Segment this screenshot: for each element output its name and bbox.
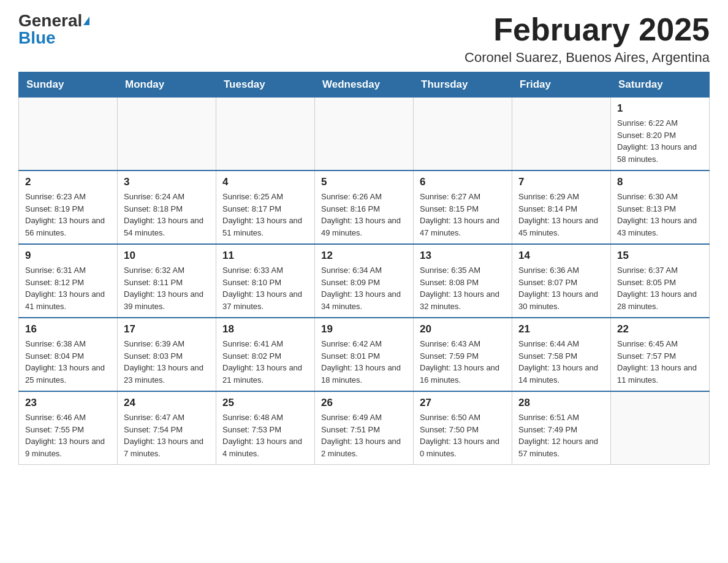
day-number: 12 (321, 250, 407, 262)
calendar-cell: 3Sunrise: 6:24 AMSunset: 8:18 PMDaylight… (118, 170, 216, 244)
calendar-cell: 10Sunrise: 6:32 AMSunset: 8:11 PMDayligh… (118, 244, 216, 318)
calendar-cell: 27Sunrise: 6:50 AMSunset: 7:50 PMDayligh… (414, 391, 512, 465)
day-number: 5 (321, 176, 407, 188)
calendar-cell: 25Sunrise: 6:48 AMSunset: 7:53 PMDayligh… (216, 391, 315, 465)
calendar-cell (216, 98, 315, 171)
day-info: Sunrise: 6:47 AMSunset: 7:54 PMDaylight:… (124, 412, 210, 459)
calendar-cell: 5Sunrise: 6:26 AMSunset: 8:16 PMDaylight… (315, 170, 414, 244)
calendar-cell (315, 98, 414, 171)
day-number: 7 (518, 176, 604, 188)
day-info: Sunrise: 6:24 AMSunset: 8:18 PMDaylight:… (124, 191, 210, 239)
day-info: Sunrise: 6:25 AMSunset: 8:17 PMDaylight:… (222, 191, 308, 239)
calendar-cell: 28Sunrise: 6:51 AMSunset: 7:49 PMDayligh… (512, 391, 611, 465)
calendar-cell: 18Sunrise: 6:41 AMSunset: 8:02 PMDayligh… (216, 318, 315, 391)
calendar-week-row: 16Sunrise: 6:38 AMSunset: 8:04 PMDayligh… (19, 318, 710, 391)
calendar-cell: 6Sunrise: 6:27 AMSunset: 8:15 PMDaylight… (414, 170, 512, 244)
calendar-cell: 22Sunrise: 6:45 AMSunset: 7:57 PMDayligh… (611, 318, 710, 391)
day-info: Sunrise: 6:26 AMSunset: 8:16 PMDaylight:… (321, 191, 407, 239)
day-number: 21 (518, 323, 604, 335)
calendar-header-wednesday: Wednesday (315, 72, 414, 98)
day-info: Sunrise: 6:38 AMSunset: 8:04 PMDaylight:… (25, 338, 111, 386)
calendar-cell: 11Sunrise: 6:33 AMSunset: 8:10 PMDayligh… (216, 244, 315, 318)
day-number: 10 (124, 250, 210, 262)
calendar-header-sunday: Sunday (19, 72, 118, 98)
day-info: Sunrise: 6:45 AMSunset: 7:57 PMDaylight:… (617, 338, 703, 386)
calendar-week-row: 23Sunrise: 6:46 AMSunset: 7:55 PMDayligh… (19, 391, 710, 465)
day-info: Sunrise: 6:46 AMSunset: 7:55 PMDaylight:… (25, 412, 111, 459)
day-info: Sunrise: 6:36 AMSunset: 8:07 PMDaylight:… (518, 264, 604, 312)
calendar-cell: 17Sunrise: 6:39 AMSunset: 8:03 PMDayligh… (118, 318, 216, 391)
day-number: 4 (222, 176, 308, 188)
day-info: Sunrise: 6:39 AMSunset: 8:03 PMDaylight:… (124, 338, 210, 386)
calendar-cell: 16Sunrise: 6:38 AMSunset: 8:04 PMDayligh… (19, 318, 118, 391)
day-info: Sunrise: 6:44 AMSunset: 7:58 PMDaylight:… (518, 338, 604, 386)
logo-general-text: General (18, 12, 82, 29)
day-number: 28 (518, 397, 604, 409)
calendar-header-friday: Friday (512, 72, 611, 98)
day-info: Sunrise: 6:37 AMSunset: 8:05 PMDaylight:… (617, 264, 703, 312)
calendar-cell: 7Sunrise: 6:29 AMSunset: 8:14 PMDaylight… (512, 170, 611, 244)
calendar-cell (512, 98, 611, 171)
day-info: Sunrise: 6:49 AMSunset: 7:51 PMDaylight:… (321, 412, 407, 459)
day-info: Sunrise: 6:32 AMSunset: 8:11 PMDaylight:… (124, 264, 210, 312)
day-number: 15 (617, 250, 703, 262)
day-number: 25 (222, 397, 308, 409)
page-header: General Blue February 2025 Coronel Suare… (18, 12, 710, 66)
calendar-cell (611, 391, 710, 465)
calendar-cell (414, 98, 512, 171)
day-info: Sunrise: 6:31 AMSunset: 8:12 PMDaylight:… (25, 264, 111, 312)
calendar-header-thursday: Thursday (414, 72, 512, 98)
month-title: February 2025 (464, 12, 710, 47)
day-number: 19 (321, 323, 407, 335)
calendar-header-tuesday: Tuesday (216, 72, 315, 98)
calendar-cell: 24Sunrise: 6:47 AMSunset: 7:54 PMDayligh… (118, 391, 216, 465)
calendar-cell: 13Sunrise: 6:35 AMSunset: 8:08 PMDayligh… (414, 244, 512, 318)
calendar-cell: 12Sunrise: 6:34 AMSunset: 8:09 PMDayligh… (315, 244, 414, 318)
day-info: Sunrise: 6:35 AMSunset: 8:08 PMDaylight:… (420, 264, 506, 312)
day-info: Sunrise: 6:23 AMSunset: 8:19 PMDaylight:… (25, 191, 111, 239)
calendar-cell: 15Sunrise: 6:37 AMSunset: 8:05 PMDayligh… (611, 244, 710, 318)
day-number: 2 (25, 176, 111, 188)
day-info: Sunrise: 6:42 AMSunset: 8:01 PMDaylight:… (321, 338, 407, 386)
day-info: Sunrise: 6:30 AMSunset: 8:13 PMDaylight:… (617, 191, 703, 239)
calendar-table: SundayMondayTuesdayWednesdayThursdayFrid… (18, 72, 710, 465)
day-info: Sunrise: 6:33 AMSunset: 8:10 PMDaylight:… (222, 264, 308, 312)
day-info: Sunrise: 6:34 AMSunset: 8:09 PMDaylight:… (321, 264, 407, 312)
day-info: Sunrise: 6:51 AMSunset: 7:49 PMDaylight:… (518, 412, 604, 459)
calendar-cell: 4Sunrise: 6:25 AMSunset: 8:17 PMDaylight… (216, 170, 315, 244)
day-info: Sunrise: 6:27 AMSunset: 8:15 PMDaylight:… (420, 191, 506, 239)
day-number: 24 (124, 397, 210, 409)
calendar-cell: 8Sunrise: 6:30 AMSunset: 8:13 PMDaylight… (611, 170, 710, 244)
day-info: Sunrise: 6:41 AMSunset: 8:02 PMDaylight:… (222, 338, 308, 386)
day-number: 6 (420, 176, 506, 188)
logo-blue-text: Blue (18, 29, 56, 47)
day-number: 1 (617, 102, 703, 115)
day-info: Sunrise: 6:50 AMSunset: 7:50 PMDaylight:… (420, 412, 506, 459)
day-info: Sunrise: 6:29 AMSunset: 8:14 PMDaylight:… (518, 191, 604, 239)
day-info: Sunrise: 6:22 AMSunset: 8:20 PMDaylight:… (617, 117, 703, 165)
day-number: 27 (420, 397, 506, 409)
calendar-cell: 26Sunrise: 6:49 AMSunset: 7:51 PMDayligh… (315, 391, 414, 465)
calendar-header-monday: Monday (118, 72, 216, 98)
day-number: 18 (222, 323, 308, 335)
day-info: Sunrise: 6:48 AMSunset: 7:53 PMDaylight:… (222, 412, 308, 459)
day-number: 14 (518, 250, 604, 262)
day-number: 8 (617, 176, 703, 188)
day-number: 3 (124, 176, 210, 188)
calendar-header-saturday: Saturday (611, 72, 710, 98)
day-number: 20 (420, 323, 506, 335)
calendar-week-row: 2Sunrise: 6:23 AMSunset: 8:19 PMDaylight… (19, 170, 710, 244)
calendar-cell: 14Sunrise: 6:36 AMSunset: 8:07 PMDayligh… (512, 244, 611, 318)
day-number: 17 (124, 323, 210, 335)
calendar-week-row: 1Sunrise: 6:22 AMSunset: 8:20 PMDaylight… (19, 98, 710, 171)
day-number: 13 (420, 250, 506, 262)
day-number: 26 (321, 397, 407, 409)
logo-triangle-icon (83, 17, 89, 25)
calendar-cell (118, 98, 216, 171)
day-number: 16 (25, 323, 111, 335)
calendar-cell: 21Sunrise: 6:44 AMSunset: 7:58 PMDayligh… (512, 318, 611, 391)
calendar-cell: 19Sunrise: 6:42 AMSunset: 8:01 PMDayligh… (315, 318, 414, 391)
calendar-cell: 23Sunrise: 6:46 AMSunset: 7:55 PMDayligh… (19, 391, 118, 465)
calendar-header-row: SundayMondayTuesdayWednesdayThursdayFrid… (19, 72, 710, 98)
calendar-cell: 9Sunrise: 6:31 AMSunset: 8:12 PMDaylight… (19, 244, 118, 318)
